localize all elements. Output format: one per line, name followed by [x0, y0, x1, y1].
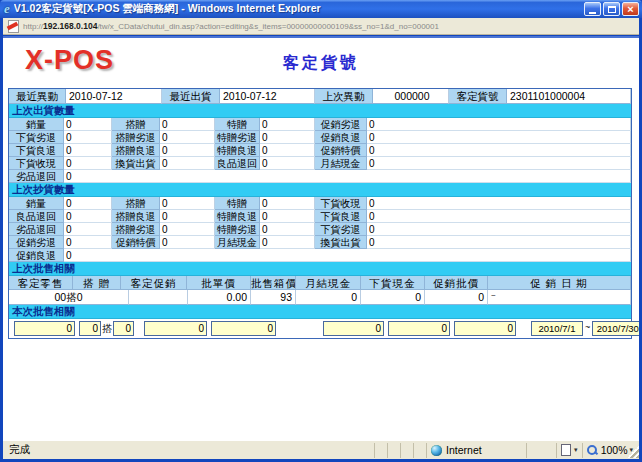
field-label: 月結現金	[215, 236, 260, 249]
field-value: 0	[260, 236, 315, 249]
field-label: 促銷特價	[315, 144, 367, 157]
field-label: 搭贈劣退	[112, 223, 160, 236]
page-options-button[interactable]: ▾	[556, 443, 582, 458]
info-value-1: 2010-07-12	[220, 89, 315, 104]
wholesale-column-header-8: 促 銷 日 期	[488, 276, 631, 290]
status-bar: 完成 Internet ▾ 100% ▾	[3, 440, 639, 459]
minimize-button[interactable]	[584, 2, 601, 16]
quantity-sections: 上次出貨數量銷量0搭贈0特贈0促銷劣退0下貨劣退0搭贈劣退0特贈劣退0促銷良退0…	[9, 104, 631, 262]
zone-label: Internet	[446, 444, 482, 456]
wholesale-column-header-0: 客定零售	[9, 276, 73, 290]
quantity-row: 劣品退回0	[9, 170, 631, 183]
field-value: 0	[64, 157, 112, 170]
wholesale-value-5: 0	[361, 290, 425, 305]
zoom-level: 100%	[601, 444, 628, 456]
wholesale-column-header-1: 搭 贈	[73, 276, 121, 290]
down-cash-input[interactable]	[388, 321, 450, 336]
quantity-row: 劣品退回0搭贈劣退0特贈劣退0下貨劣退0	[9, 223, 631, 236]
field-label: 搭贈劣退	[112, 131, 160, 144]
page-icon	[561, 444, 571, 456]
tie-gift-input-1[interactable]	[79, 321, 101, 336]
field-label: 促銷特價	[112, 236, 160, 249]
field-value: 0	[367, 131, 631, 144]
wholesale-data-row: 00搭00.0093000~	[9, 290, 631, 305]
url-text[interactable]: http://192.168.0.104/tw/x_CData/chutui_d…	[23, 21, 439, 31]
field-label: 搭贈良退	[112, 210, 160, 223]
tie-gift-input-2[interactable]	[113, 321, 134, 336]
quantity-row: 促銷良退0	[9, 249, 631, 262]
info-row: 最近異動2010-07-12最近出貨2010-07-12上次異動000000客定…	[9, 89, 631, 104]
browser-window: e V1.02客定貨號[X-POS 雲端商務網] - Windows Inter…	[0, 0, 642, 462]
field-label: 搭贈良退	[112, 144, 160, 157]
field-value: 0	[367, 197, 631, 210]
field-label: 良品退回	[215, 157, 260, 170]
field-label: 搭贈	[112, 118, 160, 131]
maximize-button[interactable]	[603, 2, 620, 16]
field-label: 促銷劣退	[315, 118, 367, 131]
field-value: 0	[160, 157, 215, 170]
field-label: 促銷良退	[9, 249, 64, 262]
field-value: 0	[64, 131, 112, 144]
field-label: 銷量	[9, 197, 64, 210]
field-value: 0	[160, 210, 215, 223]
field-label: 搭贈	[112, 197, 160, 210]
field-value: 0	[64, 144, 112, 157]
status-text: 完成	[5, 443, 374, 457]
field-value: 0	[64, 210, 112, 223]
field-value: 0	[367, 118, 631, 131]
field-label: 特贈	[215, 118, 260, 131]
field-value: 0	[260, 131, 315, 144]
field-value: 0	[160, 236, 215, 249]
maximize-icon	[608, 6, 616, 13]
section-title-wholesale-last: 上次批售相關	[9, 262, 631, 276]
field-value: 0	[367, 236, 631, 249]
field-value: 0	[160, 144, 215, 157]
field-value: 0	[160, 223, 215, 236]
field-label: 促銷良退	[315, 131, 367, 144]
promo-date-from-input[interactable]	[531, 321, 583, 336]
unit-price-input[interactable]	[211, 321, 276, 336]
field-value: 0	[367, 223, 631, 236]
field-value: 0	[260, 223, 315, 236]
field-label: 下貨劣退	[9, 131, 64, 144]
field-label: 劣品退回	[9, 170, 64, 183]
monthly-cash-input[interactable]	[323, 321, 384, 336]
field-value: 0	[160, 131, 215, 144]
page-content: X-POS 客定貨號 最近異動2010-07-12最近出貨2010-07-12上…	[3, 36, 639, 440]
retail-price-input[interactable]	[14, 321, 75, 336]
quantity-row: 促銷劣退0促銷特價0月結現金0換貨出貨0	[9, 236, 631, 249]
field-label: 下貨良退	[9, 144, 64, 157]
wholesale-column-header-4: 批售箱價	[251, 276, 296, 290]
info-label-3: 客定貨號	[449, 89, 507, 104]
date-range-separator: ~	[585, 322, 590, 332]
field-value: 0	[160, 118, 215, 131]
info-label-0: 最近異動	[9, 89, 66, 104]
wholesale-value-0: 00搭0	[9, 290, 129, 305]
quantity-row: 銷量0搭贈0特贈0下貨收現0	[9, 197, 631, 210]
quantity-row: 下貨收現0換貨出貨0良品退回0月結現金0	[9, 157, 631, 170]
resize-grip[interactable]	[627, 446, 639, 458]
wholesale-column-header-2: 客定促銷	[121, 276, 187, 290]
status-pane	[374, 443, 387, 458]
promo-price-input[interactable]	[454, 321, 516, 336]
promo-date-to-input[interactable]	[592, 321, 639, 336]
field-value: 0	[64, 223, 112, 236]
section-title-0: 上次出貨數量	[9, 104, 631, 118]
field-label: 月結現金	[315, 157, 367, 170]
close-button[interactable]: ×	[622, 2, 639, 16]
internet-globe-icon	[431, 445, 442, 456]
address-bar[interactable]: http://192.168.0.104/tw/x_CData/chutui_d…	[3, 18, 639, 35]
wholesale-column-header-5: 月結現金	[296, 276, 361, 290]
field-value: 0	[64, 170, 631, 183]
title-bar[interactable]: e V1.02客定貨號[X-POS 雲端商務網] - Windows Inter…	[0, 0, 642, 18]
custom-promo-input[interactable]	[144, 321, 207, 336]
dropdown-arrow-icon: ▾	[574, 446, 578, 454]
field-value: 0	[64, 236, 112, 249]
status-pane	[400, 443, 413, 458]
field-label: 換貨出貨	[112, 157, 160, 170]
field-value: 0	[367, 157, 631, 170]
wholesale-column-header-7: 促銷批價	[425, 276, 488, 290]
wholesale-column-header-3: 批單價	[187, 276, 251, 290]
quantity-row: 良品退回0搭贈良退0特贈良退0下貨良退0	[9, 210, 631, 223]
field-value: 0	[260, 197, 315, 210]
